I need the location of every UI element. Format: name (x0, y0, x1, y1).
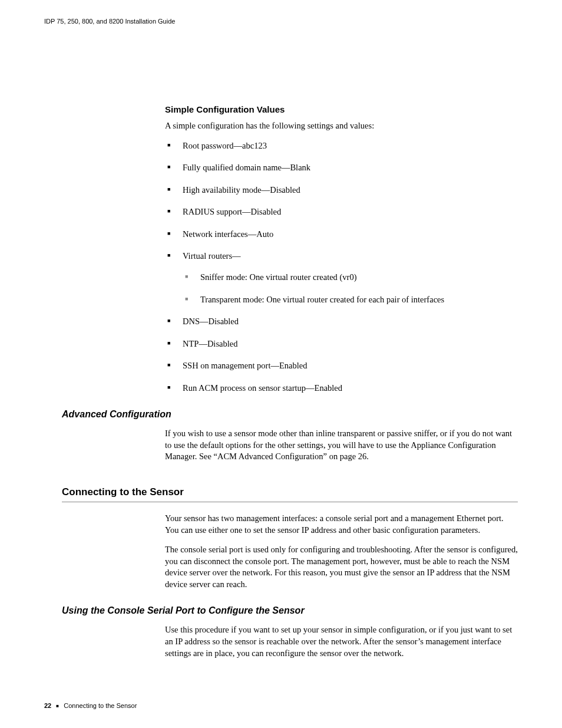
virtual-routers-sublist: Sniffer mode: One virtual router created… (183, 272, 518, 305)
config-values-list: Root password—abc123 Fully qualified dom… (165, 140, 518, 394)
heading-advanced-configuration: Advanced Configuration (62, 409, 518, 420)
list-item: Root password—abc123 (165, 140, 518, 152)
heading-connecting-to-sensor: Connecting to the Sensor (62, 486, 518, 498)
list-item: Virtual routers— Sniffer mode: One virtu… (165, 251, 518, 305)
list-item: DNS—Disabled (165, 316, 518, 328)
list-item: Run ACM process on sensor startup—Enable… (165, 383, 518, 394)
footer-section-name: Connecting to the Sensor (64, 702, 137, 709)
page-number: 22 (44, 702, 51, 709)
page-footer: 22 ■ Connecting to the Sensor (44, 702, 137, 709)
list-item: Fully qualified domain name—Blank (165, 162, 518, 174)
list-item: RADIUS support—Disabled (165, 206, 518, 218)
list-item-label: Virtual routers— (183, 251, 241, 261)
list-item: Transparent mode: One virtual router cre… (183, 294, 518, 306)
body-paragraph: If you wish to use a sensor mode other t… (165, 428, 518, 463)
heading-simple-config-values: Simple Configuration Values (165, 104, 518, 114)
list-item: NTP—Disabled (165, 338, 518, 350)
section-divider (62, 502, 518, 502)
list-item: High availability mode—Disabled (165, 185, 518, 196)
body-paragraph: The console serial port is used only for… (165, 544, 518, 590)
list-item: SSH on management port—Enabled (165, 360, 518, 372)
list-item: Network interfaces—Auto (165, 229, 518, 241)
page-header: IDP 75, 250, 800, and 8200 Installation … (44, 18, 518, 25)
footer-separator-icon: ■ (56, 703, 59, 709)
body-paragraph: Use this procedure if you want to set up… (165, 624, 518, 659)
intro-text: A simple configuration has the following… (165, 120, 518, 132)
body-paragraph: Your sensor has two management interface… (165, 513, 518, 536)
heading-console-serial-port: Using the Console Serial Port to Configu… (62, 605, 518, 616)
list-item: Sniffer mode: One virtual router created… (183, 272, 518, 284)
